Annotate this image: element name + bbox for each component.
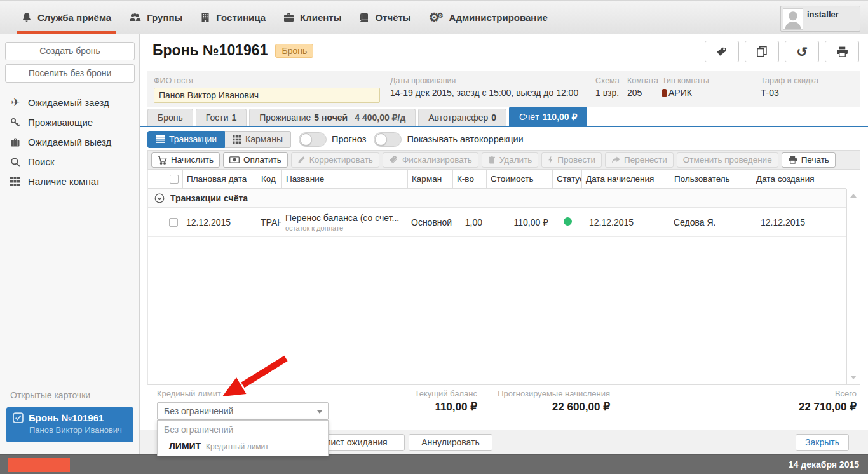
tariff-label: Тариф и скидка bbox=[761, 76, 854, 85]
grid-icon bbox=[10, 177, 21, 186]
scroll-down-arrow[interactable] bbox=[850, 376, 857, 379]
segment-pockets[interactable]: Карманы bbox=[225, 131, 291, 148]
cancel-posting-button[interactable]: Отменить проведение bbox=[677, 152, 778, 168]
table-group-row: Транзакции счёта bbox=[148, 189, 846, 208]
collapse-group-icon[interactable] bbox=[154, 193, 165, 203]
forecast-accruals-label: Прогнозируемые начисления bbox=[458, 389, 610, 398]
sidebar-item-expected-departure[interactable]: Ожидаемый выезд bbox=[0, 132, 139, 152]
credit-limit-value: Без ограничений bbox=[164, 406, 233, 416]
tab-guests[interactable]: Гости1 bbox=[196, 109, 247, 126]
briefcase-icon bbox=[283, 13, 294, 22]
column-header-planned-date[interactable]: Плановая дата bbox=[182, 170, 257, 188]
forward-arrow-icon bbox=[611, 156, 620, 164]
cell-pocket: Основной bbox=[407, 217, 452, 227]
open-cards-label: Открытые карточки bbox=[10, 390, 90, 400]
bell-icon bbox=[22, 12, 32, 23]
nav-item-front-desk[interactable]: Служба приёма bbox=[13, 1, 120, 34]
cell-status bbox=[552, 217, 581, 227]
column-header-pocket[interactable]: Карман bbox=[407, 170, 452, 188]
cell-name: Перенос баланса (со счет... остаток к до… bbox=[281, 213, 407, 232]
tab-accommodation[interactable]: Проживание5 ночей4 400,00 ₽/д bbox=[249, 109, 416, 126]
nav-item-groups[interactable]: Группы bbox=[120, 1, 191, 34]
printer-icon bbox=[836, 46, 848, 57]
column-header-qty[interactable]: К-во bbox=[452, 170, 486, 188]
user-menu[interactable]: installer bbox=[780, 6, 860, 32]
create-booking-button[interactable]: Создать бронь bbox=[5, 42, 135, 60]
accrue-button[interactable]: Начислить bbox=[151, 152, 220, 168]
forecast-toggle-label: Прогноз bbox=[332, 134, 366, 144]
room-type-color-swatch bbox=[662, 89, 667, 97]
sidebar-item-expected-arrival[interactable]: ✈ Ожидаемый заезд bbox=[0, 93, 139, 112]
annul-button[interactable]: Аннулировать bbox=[409, 434, 492, 451]
pay-button[interactable]: Оплатить bbox=[223, 152, 288, 168]
nav-item-label: Гостиница bbox=[216, 12, 266, 23]
sidebar-item-label: Наличие комнат bbox=[28, 176, 100, 187]
avatar bbox=[783, 8, 803, 30]
forecast-toggle[interactable] bbox=[299, 132, 327, 147]
nav-item-administration[interactable]: ⚙⚙ Администрирование bbox=[420, 1, 557, 34]
correct-button[interactable]: Корректировать bbox=[291, 152, 379, 168]
column-header-status[interactable]: Статус bbox=[552, 170, 581, 188]
tags-button[interactable] bbox=[705, 41, 739, 62]
credit-limit-label: Крединый лимит bbox=[157, 389, 221, 398]
stay-dates-label: Даты проживания bbox=[390, 76, 595, 85]
column-header-accrual-date[interactable]: Дата начисления bbox=[581, 170, 670, 188]
nav-item-clients[interactable]: Клиенты bbox=[275, 1, 350, 34]
nav-item-label: Администрирование bbox=[449, 12, 548, 23]
credit-limit-select[interactable]: Без ограничений bbox=[157, 402, 329, 420]
table-row[interactable]: 12.12.2015 ТРАНС Перенос баланса (со сче… bbox=[148, 208, 846, 237]
guest-name-input[interactable] bbox=[154, 88, 380, 103]
autocorrections-toggle[interactable] bbox=[374, 132, 402, 147]
print-transactions-button[interactable]: Печать bbox=[782, 152, 836, 168]
segment-transactions[interactable]: Транзакции bbox=[147, 131, 225, 148]
cell-accrual-date: 12.12.2015 bbox=[581, 217, 670, 227]
scheme-label: Схема bbox=[595, 76, 627, 85]
pencil-icon bbox=[297, 156, 306, 164]
checkin-without-booking-button[interactable]: Поселить без брони bbox=[5, 64, 135, 83]
print-button[interactable] bbox=[825, 41, 859, 62]
column-header-name[interactable]: Название bbox=[281, 170, 407, 188]
column-header-user[interactable]: Пользователь bbox=[670, 170, 752, 188]
open-card-title: Бронь №101961 bbox=[29, 412, 104, 423]
sidebar-item-search[interactable]: Поиск bbox=[0, 152, 139, 172]
transfer-button[interactable]: Перенести bbox=[605, 152, 674, 168]
room-type-label: Тип комнаты bbox=[662, 76, 761, 85]
select-all-checkbox[interactable] bbox=[170, 175, 179, 184]
hotel-building-icon bbox=[200, 12, 210, 23]
transactions-table: Плановая дата Код Название Карман К-во С… bbox=[147, 170, 860, 385]
chevron-down-icon bbox=[317, 410, 322, 414]
banknote-icon bbox=[229, 156, 240, 163]
sidebar-item-room-availability[interactable]: Наличие комнат bbox=[0, 172, 139, 191]
status-bar: 14 декабря 2015 bbox=[0, 454, 868, 474]
tab-autotransfer[interactable]: Автотрансфер0 bbox=[418, 109, 506, 126]
column-header-cost[interactable]: Стоимость bbox=[486, 170, 552, 188]
open-card-subtitle: Панов Виктор Иванович bbox=[29, 425, 127, 435]
scroll-up-arrow[interactable] bbox=[850, 194, 857, 198]
column-header-created-date[interactable]: Дата создания bbox=[752, 170, 846, 188]
cell-planned-date: 12.12.2015 bbox=[182, 217, 257, 227]
stay-dates-value: 14-19 дек 2015, заезд с 15:00, выезд до … bbox=[390, 88, 595, 98]
tab-account[interactable]: Счёт110,00 ₽ bbox=[509, 107, 587, 126]
redacted-block bbox=[8, 458, 70, 472]
post-button[interactable]: Провести bbox=[541, 152, 602, 168]
grid-icon bbox=[233, 135, 241, 144]
nav-item-reports[interactable]: Отчёты bbox=[350, 1, 419, 34]
copy-button[interactable] bbox=[745, 41, 779, 62]
open-card-booking[interactable]: Бронь №101961 Панов Виктор Иванович bbox=[6, 407, 133, 442]
sidebar-item-residents[interactable]: Проживающие bbox=[0, 112, 139, 132]
trash-icon bbox=[488, 156, 496, 164]
row-checkbox[interactable] bbox=[169, 218, 178, 227]
suitcase-icon bbox=[10, 137, 21, 147]
view-segmented-control: Транзакции Карманы bbox=[147, 131, 291, 148]
dropdown-option-no-limit[interactable]: Без ограничений bbox=[158, 421, 328, 438]
close-button[interactable]: Закрыть bbox=[796, 434, 849, 451]
dropdown-option-limit[interactable]: ЛИМИТ Кредитный лимит bbox=[158, 438, 328, 456]
nav-item-hotel[interactable]: Гостиница bbox=[191, 1, 275, 34]
fiscalize-button[interactable]: Фискализировать bbox=[383, 152, 478, 168]
cart-icon bbox=[158, 156, 167, 165]
delete-button[interactable]: Удалить bbox=[482, 152, 539, 168]
tab-booking[interactable]: Бронь bbox=[147, 109, 193, 126]
vertical-scrollbar[interactable] bbox=[846, 189, 860, 384]
column-header-code[interactable]: Код bbox=[257, 170, 281, 188]
history-button[interactable]: ↺ bbox=[785, 41, 819, 62]
